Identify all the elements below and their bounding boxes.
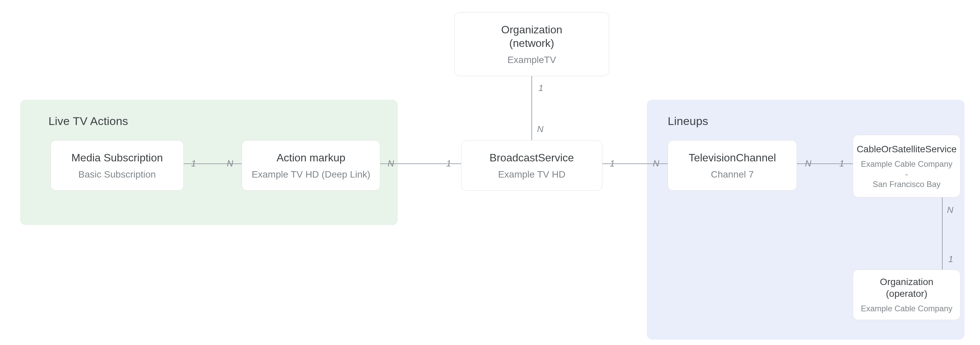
cardinality-label: N <box>227 158 233 169</box>
node-title: Organization (operator) <box>860 276 953 300</box>
diagram-canvas: Live TV Actions Lineups Organization (ne… <box>0 0 980 345</box>
cardinality-label: N <box>653 158 659 169</box>
node-subtitle: Example TV HD (Deep Link) <box>252 168 371 180</box>
group-title-lineups: Lineups <box>668 115 708 128</box>
node-title: Action markup <box>277 151 345 165</box>
node-organization-network: Organization (network) ExampleTV <box>454 12 609 76</box>
node-cable-or-satellite-service: CableOrSatelliteService Example Cable Co… <box>853 135 961 197</box>
node-subtitle: Example TV HD <box>498 168 565 180</box>
cardinality-label: N <box>947 205 953 215</box>
node-subtitle: Basic Subscription <box>78 168 156 180</box>
cardinality-label: N <box>537 124 544 134</box>
node-title: BroadcastService <box>490 151 574 165</box>
node-media-subscription: Media Subscription Basic Subscription <box>51 140 184 191</box>
node-title: CableOrSatelliteService <box>856 143 956 155</box>
node-subtitle: Channel 7 <box>711 168 754 180</box>
node-title: Media Subscription <box>72 151 163 165</box>
cardinality-label: 1 <box>839 158 844 169</box>
node-organization-operator: Organization (operator) Example Cable Co… <box>853 270 961 320</box>
cardinality-label: 1 <box>446 158 451 169</box>
cardinality-label: N <box>805 158 811 169</box>
node-title: TelevisionChannel <box>689 151 776 165</box>
node-action-markup: Action markup Example TV HD (Deep Link) <box>242 140 380 191</box>
node-subtitle: Example Cable Company <box>861 303 952 314</box>
node-broadcast-service: BroadcastService Example TV HD <box>461 140 602 191</box>
cardinality-label: N <box>388 158 394 169</box>
cardinality-label: 1 <box>191 158 196 169</box>
node-title: Organization (network) <box>501 23 562 50</box>
cardinality-label: 1 <box>610 158 614 169</box>
cardinality-label: 1 <box>948 254 953 265</box>
group-title-live-tv: Live TV Actions <box>48 115 128 128</box>
cardinality-label: 1 <box>538 83 543 93</box>
node-television-channel: TelevisionChannel Channel 7 <box>668 140 797 191</box>
node-subtitle: ExampleTV <box>508 54 556 66</box>
node-subtitle: Example Cable Company - San Francisco Ba… <box>860 159 953 189</box>
